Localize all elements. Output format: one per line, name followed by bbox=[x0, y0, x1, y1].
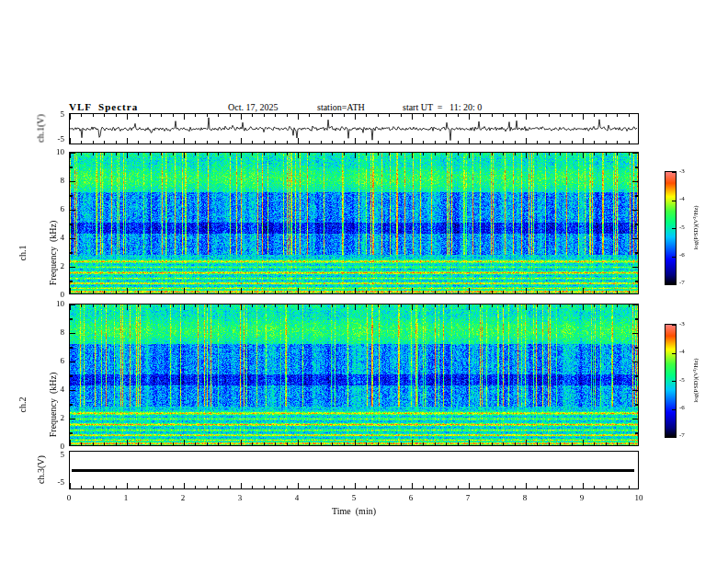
x-axis-label: Time (min) bbox=[308, 506, 400, 516]
panel-ch2-spectrogram bbox=[69, 304, 639, 446]
colorbar-tick-label: -4 bbox=[679, 195, 685, 202]
ch2-axis-line2: Frequency (kHz) bbox=[48, 345, 58, 465]
ch1-voltage-axis-label: ch.1(V) bbox=[36, 74, 46, 184]
ch1v-tick-label: -5 bbox=[46, 134, 64, 144]
ch3v-tick-label: -5 bbox=[46, 477, 64, 488]
colorbar bbox=[665, 171, 677, 285]
colorbar-tick-label: -3 bbox=[679, 320, 685, 327]
x-tick-label: 0 bbox=[58, 493, 80, 503]
ch1-frequency-axis-label: ch.1 Frequency (kHz) bbox=[0, 193, 78, 313]
x-tick-label: 4 bbox=[286, 493, 308, 503]
ch1-axis-line2: Frequency (kHz) bbox=[48, 193, 58, 313]
colorbar-tick-label: -7 bbox=[679, 279, 685, 286]
colorbar-tick-label: -6 bbox=[679, 404, 685, 411]
x-tick-label: 10 bbox=[628, 493, 650, 503]
x-tick-label: 6 bbox=[400, 493, 422, 503]
ch1-waveform-trace bbox=[70, 114, 638, 144]
x-tick-label: 5 bbox=[343, 493, 365, 503]
panel-ch1-spectrogram bbox=[69, 152, 639, 294]
ch3v-tick-label: 5 bbox=[46, 450, 64, 460]
figure-date: Oct. 17, 2025 bbox=[228, 102, 278, 112]
x-tick-label: 7 bbox=[457, 493, 479, 503]
colorbar-axis-label: log(PSD)(V²/Hz) bbox=[691, 335, 701, 427]
panel-ch3-waveform bbox=[69, 451, 639, 489]
figure-title: VLF Spectra bbox=[69, 101, 138, 112]
panel-ch1-waveform bbox=[69, 113, 639, 144]
ch3-flat-trace bbox=[72, 469, 634, 472]
ch3-voltage-axis-label: ch.3(V) bbox=[36, 415, 46, 525]
colorbar-tick-label: -6 bbox=[679, 251, 685, 259]
colorbar-tick-label: -5 bbox=[679, 224, 685, 231]
colorbar-axis-label: log(PSD)(V²/Hz) bbox=[691, 182, 701, 274]
freq-tick-label: 8 bbox=[46, 176, 64, 186]
figure-start-ut: start UT = 11: 20: 0 bbox=[403, 102, 482, 112]
ch2-spectrogram-image bbox=[70, 304, 638, 445]
x-tick-label: 8 bbox=[514, 493, 536, 503]
ch1-axis-line1: ch.1 bbox=[17, 193, 28, 313]
x-tick-label: 3 bbox=[229, 493, 251, 503]
x-tick-label: 1 bbox=[115, 493, 137, 503]
freq-tick-label: 10 bbox=[46, 147, 64, 157]
colorbar bbox=[665, 324, 677, 438]
x-tick-label: 2 bbox=[172, 493, 194, 503]
ch2-axis-line1: ch.2 bbox=[17, 345, 28, 465]
colorbar-tick-marks bbox=[672, 172, 676, 284]
vlf-spectra-figure: VLF Spectra Oct. 17, 2025 station=ATH st… bbox=[0, 0, 728, 563]
x-tick-marks bbox=[70, 483, 638, 488]
x-tick-label: 9 bbox=[571, 493, 593, 503]
colorbar-tick-label: -5 bbox=[679, 376, 685, 384]
ch1v-tick-label: 5 bbox=[46, 109, 64, 120]
ch1-spectrogram-image bbox=[70, 153, 638, 293]
colorbar-tick-label: -4 bbox=[679, 348, 685, 355]
freq-tick-label: 8 bbox=[46, 327, 64, 338]
freq-tick-label: 10 bbox=[46, 299, 64, 309]
colorbar-tick-marks bbox=[672, 325, 676, 437]
colorbar-tick-label: -3 bbox=[679, 167, 685, 175]
colorbar-tick-label: -7 bbox=[679, 431, 685, 439]
figure-station: station=ATH bbox=[317, 102, 365, 112]
